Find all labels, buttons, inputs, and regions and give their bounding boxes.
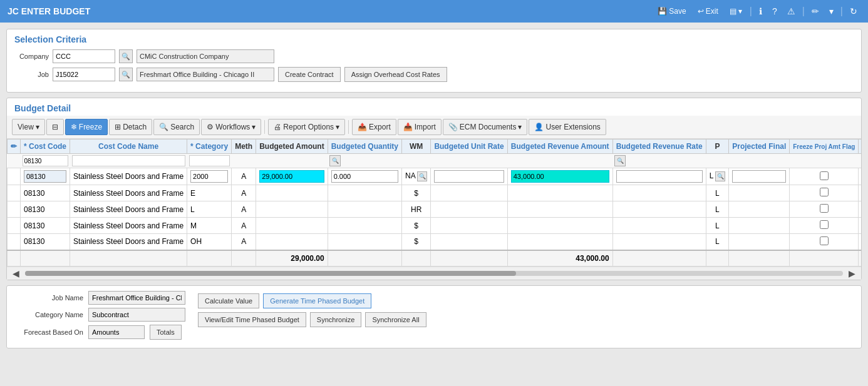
freeze-flag-cell[interactable] — [790, 201, 859, 218]
revenue-rate-input[interactable] — [616, 170, 703, 183]
unit-rate-cell — [431, 185, 507, 201]
footer-btn-row2: View/Edit Time Phased Budget Synchronize… — [198, 312, 426, 327]
category-input[interactable] — [190, 170, 228, 183]
qty-input[interactable] — [331, 170, 398, 183]
time-phased-cell[interactable] — [859, 185, 861, 201]
table-row: 08130 Stainless Steel Doors and Frame OH… — [8, 234, 862, 250]
job-name-input — [88, 291, 185, 305]
workflows-button[interactable]: ⚙ Workflows ▾ — [201, 119, 261, 135]
assign-overhead-button[interactable]: Assign Overhead Cost Rates — [344, 67, 447, 82]
detach-button[interactable]: ⊞ Detach — [109, 119, 152, 135]
time-phased-cell[interactable] — [859, 201, 861, 218]
total-projected — [729, 250, 790, 267]
revenue-amount-input[interactable] — [511, 170, 609, 183]
time-phased-cell[interactable] — [859, 168, 861, 185]
freeze-flag-checkbox[interactable] — [820, 204, 829, 213]
job-search-icon[interactable]: 🔍 — [119, 68, 133, 81]
qty-cell — [328, 185, 401, 201]
info-button[interactable]: ℹ — [756, 5, 765, 18]
filter-button[interactable]: ⊟ — [46, 119, 64, 135]
qty-cell[interactable] — [328, 168, 401, 185]
freeze-flag-cell[interactable] — [790, 185, 859, 201]
synchronize-all-button[interactable]: Synchronize All — [365, 312, 426, 327]
total-revenue: 43,000.00 — [507, 250, 612, 267]
wm-search-btn[interactable]: 🔍 — [417, 171, 427, 181]
freeze-flag-cell[interactable] — [790, 234, 859, 250]
pencil-icon: ✏ — [11, 142, 17, 151]
category-name-row: Category Name — [14, 308, 185, 322]
budget-detail-title: Budget Detail — [7, 98, 861, 116]
view-edit-phased-button[interactable]: View/Edit Time Phased Budget — [198, 312, 306, 327]
rev-rate-filter-search[interactable]: 🔍 — [614, 155, 626, 166]
time-phased-filter-cell — [859, 154, 861, 168]
scroll-right-arrow[interactable]: ▶ — [846, 268, 858, 278]
p-cell[interactable]: L 🔍 — [706, 168, 729, 185]
warning-button[interactable]: ⚠ — [784, 5, 798, 18]
p-search-btn[interactable]: 🔍 — [715, 171, 725, 181]
edit-button[interactable]: ✏ — [809, 5, 822, 18]
p-filter-cell — [706, 154, 729, 168]
calculate-value-button[interactable]: Calculate Value — [198, 293, 259, 308]
import-button[interactable]: 📥 Import — [398, 119, 442, 135]
cost-code-header: * Cost Code — [21, 140, 70, 154]
freeze-flag-cell[interactable] — [790, 218, 859, 234]
cost-code-filter-cell[interactable] — [21, 154, 70, 168]
projected-final-header: Projected Final — [729, 140, 790, 154]
revenue-amount-cell[interactable] — [507, 168, 612, 185]
generate-phased-budget-button[interactable]: Generate Time Phased Budget — [263, 293, 371, 308]
freeze-flag-checkbox[interactable] — [820, 171, 829, 180]
qty-cell — [328, 201, 401, 218]
ecm-button[interactable]: 📎 ECM Documents ▾ — [443, 119, 528, 135]
synchronize-button[interactable]: Synchronize — [310, 312, 362, 327]
time-phased-cell[interactable] — [859, 234, 861, 250]
meth-cell: A — [232, 168, 256, 185]
scroll-left-arrow[interactable]: ◀ — [10, 268, 22, 278]
unit-rate-cell[interactable] — [431, 168, 507, 185]
budget-table-container: ✏ * Cost Code Cost Code Name * Category … — [7, 139, 861, 280]
freeze-flag-checkbox[interactable] — [820, 236, 829, 245]
forecast-input[interactable] — [88, 325, 145, 339]
amount-input[interactable] — [259, 170, 324, 183]
report-options-button[interactable]: 🖨 Report Options ▾ — [268, 119, 345, 135]
freeze-button[interactable]: ❄ Freeze — [65, 119, 108, 135]
projected-input[interactable] — [732, 170, 786, 183]
category-cell[interactable] — [187, 168, 232, 185]
cost-code-input[interactable] — [24, 170, 66, 183]
revenue-rate-cell[interactable] — [612, 168, 706, 185]
amount-cell[interactable] — [256, 168, 328, 185]
view-button[interactable]: View ▾ — [12, 119, 45, 135]
help-button[interactable]: ? — [769, 5, 780, 18]
company-input[interactable] — [53, 49, 115, 63]
revenue-amount-cell — [507, 185, 612, 201]
name-filter[interactable] — [72, 155, 185, 166]
category-filter[interactable] — [189, 155, 230, 166]
separator2: | — [802, 6, 805, 17]
cost-code-cell[interactable] — [21, 168, 70, 185]
wm-cell[interactable]: NA 🔍 — [402, 168, 431, 185]
export-button[interactable]: 📤 Export — [352, 119, 396, 135]
refresh-button[interactable]: ↻ — [847, 5, 860, 18]
company-search-icon[interactable]: 🔍 — [119, 49, 133, 63]
job-input[interactable] — [53, 68, 115, 81]
user-extensions-button[interactable]: 👤 User Extensions — [529, 119, 606, 135]
budgeted-amount-header: Budgeted Amount — [256, 140, 328, 154]
freeze-flag-cell[interactable] — [790, 168, 859, 185]
p-header: P — [706, 140, 729, 154]
qty-filter-search[interactable]: 🔍 — [329, 155, 341, 166]
category-filter-cell[interactable] — [187, 154, 232, 168]
exit-button[interactable]: ↩ Exit — [694, 6, 722, 17]
search-button[interactable]: 🔍 Search — [153, 119, 200, 135]
table-row: Stainless Steel Doors and Frame A NA 🔍 — [8, 168, 862, 185]
totals-button[interactable]: Totals — [150, 325, 182, 340]
unit-rate-input[interactable] — [434, 170, 504, 183]
save-button[interactable]: 💾 Save — [654, 6, 690, 17]
name-filter-cell[interactable] — [70, 154, 187, 168]
time-phased-cell[interactable] — [859, 218, 861, 234]
window-menu-button[interactable]: ▤ ▾ — [726, 6, 746, 17]
freeze-flag-checkbox[interactable] — [820, 188, 829, 196]
projected-cell[interactable] — [729, 168, 790, 185]
create-contract-button[interactable]: Create Contract — [278, 67, 341, 82]
freeze-flag-checkbox[interactable] — [820, 220, 829, 229]
cost-code-filter[interactable] — [23, 155, 68, 166]
dropdown-button[interactable]: ▾ — [826, 5, 837, 18]
